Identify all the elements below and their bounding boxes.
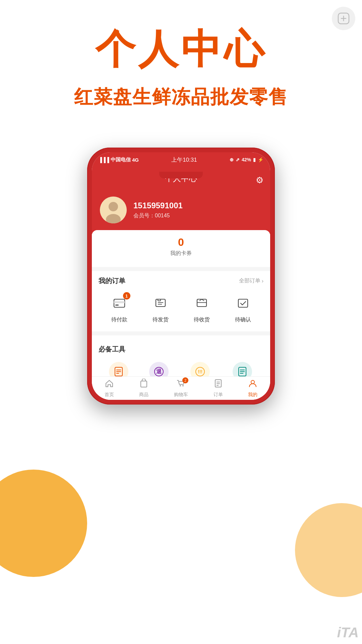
svg-rect-29 <box>215 380 221 387</box>
phone-notch <box>159 172 203 178</box>
bottom-nav: 首页 商品 <box>92 376 270 400</box>
section-divider-2 <box>92 331 270 335</box>
nav-item-orders[interactable]: 订单 <box>214 379 223 398</box>
voucher-count: 0 <box>92 236 270 249</box>
nav-orders-label: 订单 <box>214 392 223 398</box>
phone-inner: ▐▐▐ 中国电信 4G 上午10:31 ⊕ ⇗ 42% ▮ ⚡ 个人中心 ⚙ <box>92 152 270 400</box>
cart-badge: 2 <box>182 377 188 383</box>
svg-text:退: 退 <box>156 368 162 374</box>
avatar[interactable] <box>100 197 127 223</box>
svg-point-2 <box>109 202 118 211</box>
pending-ship-label: 待发货 <box>153 316 169 323</box>
svg-rect-11 <box>197 299 206 307</box>
svg-rect-13 <box>238 299 248 307</box>
pending-receive-icon <box>192 293 212 313</box>
user-phone: 15159591001 <box>133 201 183 210</box>
pending-confirm-icon <box>233 293 253 313</box>
bg-decoration-right <box>295 503 362 597</box>
pending-receive-label: 待收货 <box>194 316 210 323</box>
status-right: ⊕ ⇗ 42% ▮ ⚡ <box>230 157 263 162</box>
pending-pay-badge: 1 <box>123 292 130 300</box>
order-icons: 1 待付款 <box>99 291 263 326</box>
nav-item-cart[interactable]: 2 购物车 <box>174 379 188 398</box>
status-time: 上午10:31 <box>171 156 197 164</box>
products-icon <box>139 379 148 390</box>
pending-pay-icon: 1 <box>110 293 129 313</box>
svg-rect-26 <box>141 381 147 387</box>
orders-icon <box>214 379 223 390</box>
nav-products-label: 商品 <box>139 392 148 398</box>
orders-section: 我的订单 全部订单 › <box>92 271 270 331</box>
wifi-icon: ⇗ <box>236 157 240 162</box>
pending-pay-label: 待付款 <box>111 316 127 323</box>
chevron-right-icon: › <box>262 278 263 284</box>
nav-home-label: 首页 <box>105 392 114 398</box>
user-details: 15159591001 会员号：00145 <box>133 201 183 219</box>
order-item-pending-ship[interactable]: 待发货 <box>151 293 170 323</box>
user-info: 15159591001 会员号：00145 <box>92 193 270 234</box>
location-icon: ⊕ <box>230 157 234 162</box>
battery-icon: ▮ <box>253 157 256 162</box>
phone-mockup: ▐▐▐ 中国电信 4G 上午10:31 ⊕ ⇗ 42% ▮ ⚡ 个人中心 ⚙ <box>87 148 275 405</box>
settings-icon[interactable]: ⚙ <box>256 175 263 185</box>
orders-header: 我的订单 全部订单 › <box>99 276 263 285</box>
svg-text:!!!: !!! <box>198 369 202 374</box>
order-item-pending-pay[interactable]: 1 待付款 <box>110 293 129 323</box>
voucher-label: 我的卡券 <box>92 250 270 257</box>
status-bar: ▐▐▐ 中国电信 4G 上午10:31 ⊕ ⇗ 42% ▮ ⚡ <box>92 152 270 167</box>
watermark: iTA <box>322 610 362 644</box>
top-right-icon[interactable] <box>332 7 355 30</box>
nav-cart-label: 购物车 <box>174 392 188 398</box>
svg-rect-5 <box>114 301 125 303</box>
svg-point-27 <box>180 385 181 386</box>
page-subtitle: 红菜盘生鲜冻品批发零售 <box>0 85 362 110</box>
orders-title: 我的订单 <box>99 276 125 285</box>
watermark-text: iTA <box>334 621 362 644</box>
tools-title: 必备工具 <box>99 345 125 354</box>
app-header: 个人中心 ⚙ <box>92 167 270 193</box>
network-type: 4G <box>132 157 139 163</box>
charge-icon: ⚡ <box>258 157 263 162</box>
svg-point-33 <box>251 380 254 384</box>
cart-icon: 2 <box>176 379 186 390</box>
pending-confirm-label: 待确认 <box>235 316 251 323</box>
nav-item-profile[interactable]: 我的 <box>248 379 257 398</box>
order-item-pending-confirm[interactable]: 待确认 <box>233 293 253 323</box>
page-header: 个人中心 红菜盘生鲜冻品批发零售 <box>0 0 362 110</box>
order-item-pending-receive[interactable]: 待收货 <box>192 293 212 323</box>
signal-icon: ▐▐▐ <box>99 157 109 163</box>
nav-profile-label: 我的 <box>248 392 257 398</box>
svg-rect-8 <box>158 299 161 301</box>
status-left: ▐▐▐ 中国电信 4G <box>99 157 139 163</box>
voucher-section[interactable]: 0 我的卡券 <box>92 230 270 263</box>
section-divider-1 <box>92 267 270 271</box>
nav-item-home[interactable]: 首页 <box>105 379 114 398</box>
home-icon <box>105 379 114 390</box>
pending-ship-icon <box>151 293 170 313</box>
svg-rect-6 <box>115 305 119 306</box>
phone-outer: ▐▐▐ 中国电信 4G 上午10:31 ⊕ ⇗ 42% ▮ ⚡ 个人中心 ⚙ <box>87 148 275 405</box>
bg-decoration-left <box>0 470 87 577</box>
svg-point-28 <box>182 385 184 386</box>
nav-item-products[interactable]: 商品 <box>139 379 148 398</box>
page-title: 个人中心 <box>0 27 362 71</box>
carrier: 中国电信 <box>111 157 131 163</box>
all-orders-link[interactable]: 全部订单 › <box>239 277 263 284</box>
user-member: 会员号：00145 <box>133 212 183 219</box>
profile-icon <box>248 379 257 390</box>
tools-header: 必备工具 <box>99 345 263 354</box>
battery-percent: 42% <box>242 157 251 162</box>
